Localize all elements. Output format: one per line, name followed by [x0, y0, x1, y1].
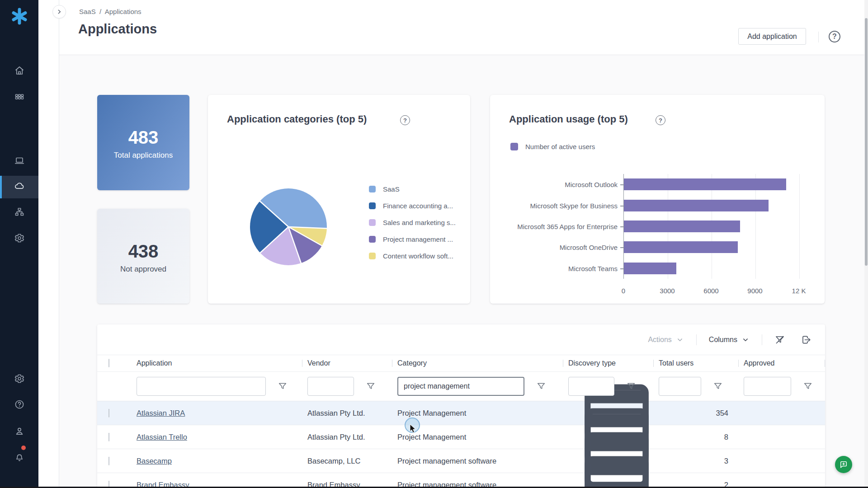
- chevron-down-icon: [676, 336, 684, 344]
- filter-funnel-icon[interactable]: [713, 381, 723, 391]
- sidebar-item-organization[interactable]: [0, 202, 38, 224]
- notification-badge: [21, 446, 26, 450]
- header-checkbox-cell: [97, 359, 131, 367]
- collapsed-subnav-gutter: [38, 0, 59, 488]
- sidebar-item-help[interactable]: [0, 394, 38, 417]
- sidebar-item-profile[interactable]: [0, 421, 38, 443]
- legend-label: SaaS: [383, 185, 400, 193]
- sidebar-item-apps[interactable]: [0, 86, 38, 108]
- total-users-cell: 3: [653, 457, 738, 465]
- total-users-cell: 8: [653, 433, 738, 441]
- column-header-approved[interactable]: Approved: [738, 359, 825, 367]
- total-users-cell: 354: [653, 409, 738, 418]
- filter-cell-total-users: [653, 377, 738, 396]
- pie-legend-item[interactable]: SaaS: [369, 181, 456, 197]
- expand-panel-button[interactable]: [52, 5, 66, 19]
- application-usage-card: Application usage (top 5) ? Number of ac…: [490, 95, 825, 304]
- pie-legend-item[interactable]: Sales and marketing s...: [369, 214, 456, 231]
- column-header-discovery-type[interactable]: Discovery type: [563, 359, 653, 367]
- application-link[interactable]: Atlassian Trello: [137, 433, 187, 441]
- sidebar-item-devices[interactable]: [0, 150, 38, 173]
- breadcrumb-saas[interactable]: SaaS: [79, 8, 96, 15]
- applications-table-card: Actions Columns ApplicationVendorCategor…: [97, 324, 825, 488]
- export-button[interactable]: [801, 334, 811, 345]
- sidebar-item-notifications[interactable]: [0, 446, 38, 469]
- main-content: 483 Total applications 438 Not approved …: [59, 55, 864, 488]
- categories-pie-chart[interactable]: [250, 188, 327, 265]
- sidebar-item-admin-settings[interactable]: [0, 368, 38, 391]
- table-filter-row: [97, 371, 825, 401]
- filter-input-approved[interactable]: [744, 377, 791, 396]
- filter-input-vendor[interactable]: [307, 377, 354, 396]
- filter-cell-category: [392, 377, 563, 396]
- sidebar-item-home[interactable]: [0, 60, 38, 83]
- page-scrollbar[interactable]: [864, 0, 868, 488]
- pie-help-icon[interactable]: ?: [400, 115, 410, 125]
- filter-funnel-icon[interactable]: [803, 381, 813, 391]
- select-all-checkbox[interactable]: [108, 359, 109, 367]
- filter-input-application[interactable]: [137, 377, 266, 396]
- toolbar-divider: [696, 334, 697, 345]
- toolbar-divider: [762, 334, 762, 345]
- vendor-cell: Atlassian Pty Ltd.: [302, 409, 392, 418]
- bar-1[interactable]: [624, 200, 769, 211]
- sidebar-item-settings[interactable]: [0, 228, 38, 250]
- filter-funnel-icon[interactable]: [366, 381, 376, 391]
- sidebar-item-saas[interactable]: [0, 176, 38, 198]
- sitemap-icon: [14, 206, 25, 219]
- add-application-button[interactable]: Add application: [738, 28, 806, 45]
- bar-gridline: [799, 174, 800, 279]
- grid-icon: [14, 91, 25, 103]
- bar-help-icon[interactable]: ?: [656, 115, 665, 125]
- table-row[interactable]: Brand EmbassyBrand EmbassyProject manage…: [97, 473, 825, 488]
- filter-input-discovery-type[interactable]: [568, 377, 614, 396]
- row-checkbox[interactable]: [108, 409, 109, 418]
- columns-label: Columns: [709, 336, 737, 344]
- pie-legend-item[interactable]: Content workflow soft...: [369, 248, 456, 264]
- actions-dropdown[interactable]: Actions: [648, 336, 684, 344]
- row-checkbox[interactable]: [108, 433, 109, 441]
- filter-funnel-icon[interactable]: [278, 381, 288, 391]
- columns-dropdown[interactable]: Columns: [709, 336, 750, 344]
- total-applications-label: Total applications: [97, 151, 189, 160]
- chevron-right-icon: [56, 8, 63, 15]
- table-row[interactable]: Atlassian TrelloAtlassian Pty Ltd.Projec…: [97, 425, 825, 449]
- legend-label: Number of active users: [525, 143, 595, 150]
- bar-category-label: Microsoft Teams: [495, 264, 618, 272]
- table-row[interactable]: Atlassian JIRAAtlassian Pty Ltd.Project …: [97, 401, 825, 425]
- chat-fab-button[interactable]: [835, 456, 852, 473]
- filter-input-total-users[interactable]: [659, 377, 701, 396]
- column-header-application[interactable]: Application: [131, 359, 302, 367]
- filter-funnel-icon[interactable]: [536, 381, 546, 391]
- not-approved-card: 438 Not approved: [97, 209, 189, 304]
- column-header-vendor[interactable]: Vendor: [302, 359, 392, 367]
- bar-4[interactable]: [624, 263, 676, 274]
- bell-icon: [14, 451, 25, 464]
- application-link[interactable]: Basecamp: [137, 457, 172, 465]
- scrollbar-thumb[interactable]: [865, 18, 868, 266]
- column-header-category[interactable]: Category: [392, 359, 563, 367]
- pie-legend-item[interactable]: Finance accounting a...: [369, 197, 456, 214]
- bar-2[interactable]: [624, 221, 740, 232]
- breadcrumb-applications[interactable]: Applications: [105, 8, 142, 15]
- page-title: Applications: [78, 22, 157, 37]
- legend-label: Content workflow soft...: [383, 252, 453, 260]
- filter-funnel-icon[interactable]: [626, 381, 636, 391]
- bar-category-label: Microsoft Outlook: [495, 181, 618, 188]
- table-toolbar: Actions Columns: [97, 324, 825, 355]
- clear-filters-button[interactable]: [774, 334, 785, 345]
- bar-3[interactable]: [624, 241, 738, 253]
- pie-legend-item[interactable]: Project management ...: [369, 231, 456, 248]
- column-header-total-users[interactable]: Total users: [653, 359, 738, 367]
- table-row[interactable]: BasecampBasecamp, LLCProject management …: [97, 449, 825, 473]
- filter-input-category[interactable]: [397, 377, 524, 396]
- total-applications-card: 483 Total applications: [97, 95, 189, 190]
- bar-0[interactable]: [624, 178, 786, 190]
- brand-logo-icon[interactable]: [11, 8, 28, 25]
- chevron-down-icon: [741, 336, 750, 344]
- application-link[interactable]: Atlassian JIRA: [137, 409, 185, 417]
- page-help-icon[interactable]: ?: [829, 31, 840, 42]
- row-checkbox[interactable]: [108, 457, 109, 465]
- x-axis-label: 12 K: [792, 287, 806, 295]
- axis-tick: [620, 268, 623, 269]
